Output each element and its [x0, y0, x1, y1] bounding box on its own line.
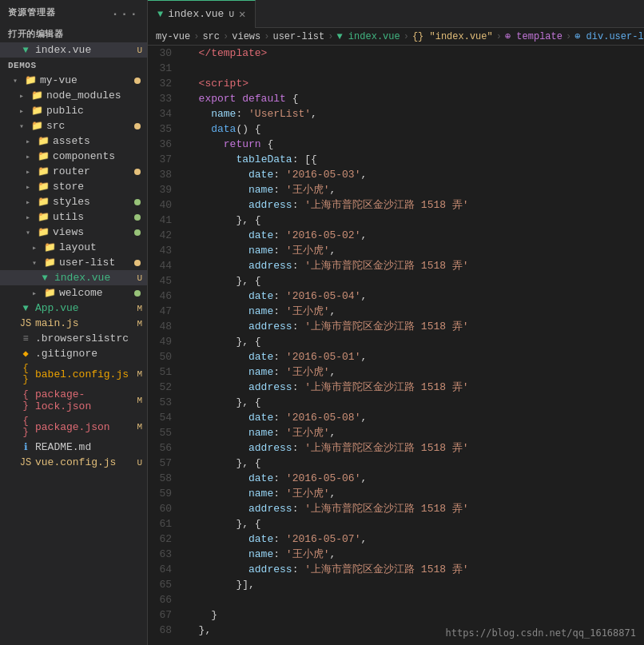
sidebar-item-index-vue[interactable]: ▼ index.vue U	[0, 270, 147, 285]
code-line-62: 62 date: '2016-05-07',	[148, 532, 644, 547]
sidebar-item-store[interactable]: 📁 store	[0, 179, 147, 194]
code-line-51: 51 name: '王小虎',	[148, 364, 644, 380]
sidebar-item-styles[interactable]: 📁 styles	[0, 194, 147, 209]
sidebar: 资源管理器 ... 打开的编辑器 ▼ index.vue U DEMOS 📁 m…	[0, 0, 148, 645]
sidebar-item-node-modules[interactable]: 📁 node_modules	[0, 88, 147, 103]
arrow-icon	[26, 197, 35, 207]
modified-dot	[134, 260, 141, 266]
js-icon: JS	[19, 457, 32, 468]
package-json-label: package.json	[35, 421, 137, 433]
utils-label: utils	[53, 211, 134, 223]
sidebar-item-router[interactable]: 📁 router	[0, 164, 147, 179]
breadcrumb-src[interactable]: src	[202, 31, 220, 42]
line-number: 63	[148, 547, 180, 562]
src-label: src	[46, 120, 134, 132]
breadcrumb-sep: ›	[223, 31, 229, 42]
tab-index-vue[interactable]: ▼ index.vue U ✕	[148, 0, 256, 28]
arrow-icon	[26, 228, 35, 237]
breadcrumb-sep: ›	[264, 31, 269, 42]
line-content: address: '上海市普陀区金沙江路 1518 弄'	[180, 380, 644, 395]
line-content: address: '上海市普陀区金沙江路 1518 弄'	[180, 258, 644, 273]
breadcrumb-sep: ›	[403, 31, 409, 42]
sidebar-item-layout[interactable]: 📁 layout	[0, 240, 147, 255]
sidebar-item-browserslistrc[interactable]: ≡ .browserslistrc	[0, 331, 147, 346]
sidebar-item-app-vue[interactable]: ▼ App.vue M	[0, 301, 147, 316]
sidebar-menu-dots[interactable]: ...	[111, 5, 139, 19]
code-line-53: 53 }, {	[148, 395, 644, 410]
line-content: tableData: [{	[180, 152, 644, 167]
tab-close-button[interactable]: ✕	[239, 7, 245, 21]
my-vue-label: my-vue	[40, 74, 134, 86]
line-content	[180, 592, 644, 607]
folder-icon: 📁	[30, 90, 43, 102]
breadcrumb-index-vue[interactable]: ▼ index.vue	[336, 31, 400, 42]
code-area[interactable]: 30 </template> 31 32 <script> 33 export …	[148, 46, 644, 645]
sidebar-item-assets[interactable]: 📁 assets	[0, 133, 147, 149]
breadcrumb-template[interactable]: ⊕ template	[505, 30, 563, 42]
code-line-31: 31	[148, 61, 644, 76]
code-line-55: 55 name: '王小虎',	[148, 425, 644, 440]
breadcrumb-sep: ›	[328, 31, 333, 42]
node-modules-label: node_modules	[46, 90, 147, 102]
breadcrumb-user-list[interactable]: user-list	[272, 31, 324, 42]
code-line-64: 64 address: '上海市普陀区金沙江路 1518 弄'	[148, 562, 644, 577]
sidebar-item-welcome[interactable]: 📁 welcome	[0, 285, 147, 301]
sidebar-item-src[interactable]: 📁 src	[0, 118, 147, 133]
line-content: data() {	[180, 121, 644, 137]
code-line-65: 65 }],	[148, 577, 644, 592]
views-label: views	[53, 226, 134, 238]
sidebar-item-readme[interactable]: ℹ README.md	[0, 440, 147, 455]
line-number: 52	[148, 380, 180, 395]
package-lock-label: package-lock.json	[35, 388, 137, 412]
line-content: name: 'UserList',	[180, 106, 644, 121]
breadcrumb-sep: ›	[193, 31, 199, 42]
breadcrumb-my-vue[interactable]: my-vue	[156, 31, 190, 42]
line-content: }	[180, 607, 644, 623]
line-number: 51	[148, 364, 180, 380]
folder-icon: 📁	[43, 241, 56, 253]
sidebar-item-main-js[interactable]: JS main.js M	[0, 316, 147, 331]
sidebar-item-user-list[interactable]: 📁 user-list	[0, 255, 147, 270]
modified-dot	[134, 214, 141, 221]
line-number: 32	[148, 76, 180, 91]
sidebar-item-package-json[interactable]: { } package.json M	[0, 414, 147, 440]
opened-editor-index-vue[interactable]: ▼ index.vue U	[0, 42, 147, 58]
arrow-icon	[26, 213, 35, 222]
sidebar-item-vue-config[interactable]: JS vue.config.js U	[0, 455, 147, 470]
line-number: 61	[148, 516, 180, 532]
sidebar-item-package-lock[interactable]: { } package-lock.json M	[0, 387, 147, 414]
line-number: 62	[148, 532, 180, 547]
code-line-67: 67 }	[148, 607, 644, 623]
breadcrumb-obj[interactable]: {} "index.vue"	[412, 31, 493, 42]
code-line-54: 54 date: '2016-05-08',	[148, 410, 644, 425]
breadcrumb-views[interactable]: views	[232, 31, 260, 42]
demos-label: DEMOS	[0, 58, 147, 73]
line-number: 58	[148, 471, 180, 486]
line-content: }, {	[180, 213, 644, 228]
index-vue-label: index.vue	[54, 272, 137, 284]
line-content: }, {	[180, 456, 644, 471]
sidebar-item-components[interactable]: 📁 components	[0, 149, 147, 164]
sidebar-item-utils[interactable]: 📁 utils	[0, 209, 147, 225]
tab-name: index.vue	[168, 8, 224, 20]
line-content: }, {	[180, 273, 644, 289]
line-number: 45	[148, 273, 180, 289]
browserslistrc-label: .browserslistrc	[35, 332, 147, 344]
line-content: date: '2016-05-08',	[180, 410, 644, 425]
sidebar-item-babel[interactable]: { } babel.config.js M	[0, 361, 147, 387]
watermark: https://blog.csdn.net/qq_16168871	[446, 627, 636, 639]
opened-editors-label[interactable]: 打开的编辑器	[0, 24, 147, 42]
router-label: router	[53, 165, 134, 177]
modified-dot	[134, 199, 141, 205]
breadcrumb-div[interactable]: ⊕ div.user-list	[574, 30, 644, 42]
sidebar-item-public[interactable]: 📁 public	[0, 103, 147, 118]
line-content: name: '王小虎',	[180, 547, 644, 562]
sidebar-item-views[interactable]: 📁 views	[0, 225, 147, 240]
arrow-icon	[32, 243, 42, 253]
welcome-label: welcome	[59, 287, 134, 299]
m-badge: M	[137, 304, 142, 313]
sidebar-item-my-vue[interactable]: 📁 my-vue	[0, 73, 147, 88]
folder-icon: 📁	[43, 257, 56, 269]
sidebar-item-gitignore[interactable]: ◆ .gitignore	[0, 346, 147, 361]
line-content: }, {	[180, 334, 644, 349]
